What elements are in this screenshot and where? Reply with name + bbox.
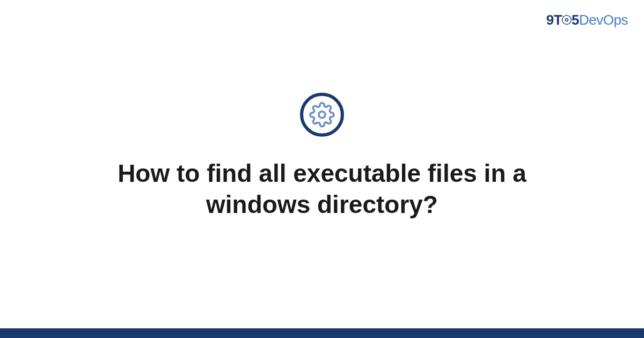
gear-icon [561,14,572,25]
page-title: How to find all executable files in a wi… [64,158,580,220]
gear-circle-icon [300,93,344,137]
site-logo: 9T 5DevOps [546,12,628,28]
svg-point-1 [566,19,568,21]
logo-text-t: T [554,12,562,28]
logo-text-9: 9 [546,12,554,28]
main-content: How to find all executable files in a wi… [0,93,644,220]
logo-text-devops: DevOps [579,12,628,28]
footer-bar [0,328,644,338]
svg-point-2 [319,112,325,118]
logo-text-5: 5 [572,12,579,28]
